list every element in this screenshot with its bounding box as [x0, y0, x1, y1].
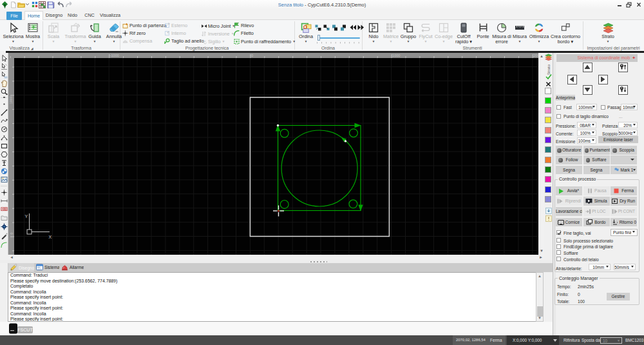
scroll-right-icon[interactable]: ► — [539, 255, 543, 260]
layer-color-7[interactable] — [545, 146, 551, 153]
ribbon-button-misura-errore[interactable]: Misura dierrore — [492, 21, 511, 50]
atras-speed-dropdown[interactable]: 50mm/s — [614, 264, 636, 270]
layer-color-4[interactable] — [545, 117, 551, 123]
scroll-left-icon[interactable]: ◄ — [10, 255, 14, 260]
part-lib-icon[interactable] — [1, 214, 8, 221]
ribbon-button-seleziona[interactable]: Seleziona▼ — [3, 21, 24, 50]
panel-header[interactable]: Sistema di coordinate mob ✦ — [556, 54, 638, 63]
layer-color-3[interactable] — [545, 107, 551, 113]
dynamic-cut-more[interactable]: ... — [619, 113, 623, 119]
layer-color-12[interactable] — [545, 196, 551, 202]
restore-button[interactable] — [624, 0, 633, 10]
layer-color-10[interactable] — [545, 176, 551, 182]
layer-color-6[interactable] — [545, 137, 551, 143]
emissione-laser-button[interactable]: Emissione laser — [598, 136, 638, 143]
sort-ltr-icon[interactable] — [315, 25, 322, 32]
bg-color-icon[interactable] — [545, 208, 552, 214]
canvas-horizontal-scrollbar[interactable]: ◄ ► — [8, 255, 544, 260]
select-pick-icon[interactable] — [1, 72, 8, 79]
image-icon[interactable] — [1, 176, 8, 183]
ribbon-button-guida[interactable]: Guida▼ — [86, 21, 104, 50]
bottom-tab-disegno[interactable]: Disegno — [8, 263, 34, 272]
gestire-button[interactable]: Gestire — [607, 293, 630, 301]
pressione-dropdown[interactable]: 0BAR — [577, 122, 596, 128]
puntamento-button[interactable]: Puntamento — [583, 146, 610, 155]
fine-taglio-checkbox[interactable] — [556, 230, 561, 235]
sort-btt-icon[interactable] — [340, 25, 347, 32]
zoom-dropdown-icon[interactable] — [3, 97, 5, 98]
ferma-button[interactable]: Ferma — [611, 186, 637, 195]
layer-color-8[interactable] — [545, 157, 551, 163]
trace-pen-icon[interactable] — [1, 232, 8, 239]
potenza-dropdown[interactable]: 20% — [618, 122, 638, 128]
layer-color-1[interactable] — [545, 88, 551, 94]
ptcont-button[interactable]: Pt CONT — [611, 207, 637, 216]
gas-dropdown-button[interactable] — [611, 155, 637, 164]
ribbon-button-inversione[interactable]: Inversione▼ — [201, 30, 234, 37]
fillet-arc-icon[interactable] — [1, 241, 8, 248]
segna1-button[interactable]: Segna — [556, 166, 582, 175]
controllo-telaio-checkbox[interactable] — [556, 257, 561, 261]
findedge-checkbox[interactable] — [556, 244, 561, 249]
pausa-button[interactable]: Pausa — [583, 186, 610, 195]
ptloc-button[interactable]: Pt LOC — [583, 207, 610, 216]
ribbon-button-strato[interactable]: Strato▼ — [596, 21, 620, 50]
ribbon-button-misura[interactable]: Misura▼ — [511, 21, 528, 50]
ribbon-button-gruppo[interactable]: Gruppo▼ — [399, 21, 418, 50]
tab-disegno[interactable]: Disegno — [45, 11, 63, 20]
cornice-button[interactable]: Cornice — [556, 218, 582, 227]
tab-anteprima[interactable]: Anteprima — [556, 95, 575, 101]
fast-checkbox[interactable] — [556, 105, 561, 110]
ribbon-button-micro-joint[interactable]: Micro Joint▼ — [201, 22, 235, 30]
scoppio-dropdown[interactable]: 5000Hz — [618, 130, 638, 136]
corrente-dropdown[interactable]: 100% — [577, 130, 596, 136]
segna2-button[interactable]: Segna — [583, 166, 610, 175]
fast-speed-dropdown[interactable]: 100mm/ — [576, 104, 597, 110]
select-box-icon[interactable] — [1, 63, 8, 70]
sposta-dropdown-icon[interactable]: ▼ — [617, 339, 620, 342]
next-icon[interactable] — [357, 25, 365, 32]
passaggio-dropdown[interactable]: 10mm — [621, 104, 638, 110]
ribbon-button-rif-zero[interactable]: Rif zero — [122, 30, 146, 37]
ribbon-button-esterno[interactable]: Esterno — [164, 22, 187, 30]
ribbon-button-nido[interactable]: Nido▼ — [365, 21, 383, 50]
log-scrollbar[interactable]: ▲ ▼ — [536, 272, 544, 322]
ribbon-button-sigillo[interactable]: Sigillo▼ — [201, 37, 225, 45]
simula-button[interactable]: Simula — [583, 197, 610, 206]
jog-right-button[interactable] — [598, 75, 608, 84]
dryrun-button[interactable]: Dry Run — [611, 197, 637, 206]
drawing-canvas[interactable]: YX — [14, 58, 538, 255]
riprendi-button[interactable]: Riprendi — [556, 197, 582, 206]
follow-button[interactable]: Follow — [556, 155, 582, 164]
dynamic-cut-checkbox[interactable] — [556, 114, 561, 119]
sort-rtl-icon[interactable] — [323, 25, 330, 32]
ribbon-button-coedge[interactable]: Co-edge▼ — [433, 21, 454, 50]
curve-icon[interactable] — [1, 117, 8, 124]
ribbon-button-raffreddamento[interactable]: Punto di raffreddamento▼ — [234, 37, 296, 45]
layer-color-11[interactable] — [545, 186, 551, 193]
select-arrow-icon[interactable] — [1, 55, 8, 62]
array-ab-icon[interactable] — [1, 206, 8, 213]
part-geometry[interactable] — [278, 126, 361, 211]
point-icon[interactable] — [1, 101, 8, 108]
standard-part-icon[interactable] — [1, 168, 8, 175]
bottom-tab-allarme[interactable]: Allarme — [59, 263, 84, 272]
atras-distance-dropdown[interactable]: 10mm — [589, 264, 611, 270]
bottom-tab-sistema[interactable]: Sistema — [34, 263, 59, 272]
ribbon-button-trasforma[interactable]: Trasforma▼ — [64, 21, 87, 50]
ribbon-button-ordina[interactable]: Ordina▼ — [297, 21, 315, 50]
tab-cnc[interactable]: CNC — [82, 11, 97, 20]
layer-color-9[interactable] — [545, 166, 551, 173]
layer-palette-icon[interactable] — [545, 54, 549, 58]
punto-finale-dropdown[interactable]: Punto finale — [611, 229, 638, 236]
jog-up-button[interactable] — [583, 63, 592, 72]
scoppia-button[interactable]: Scoppia — [611, 146, 637, 155]
zoom-icon[interactable] — [1, 88, 8, 95]
command-log[interactable]: Command: TraduciPlease specify move dest… — [8, 272, 544, 322]
layer-color-2[interactable] — [545, 97, 551, 104]
ribbon-button-taglio-anello[interactable]: Taglio ad anello — [164, 37, 204, 45]
tab-visualizza[interactable]: Visualizza — [99, 11, 122, 20]
measure-line-icon[interactable] — [1, 197, 8, 204]
ribbon-button-matrice[interactable]: Matrice▼ — [381, 21, 401, 50]
ritorno-button[interactable]: Ritorno 0 — [611, 218, 637, 227]
